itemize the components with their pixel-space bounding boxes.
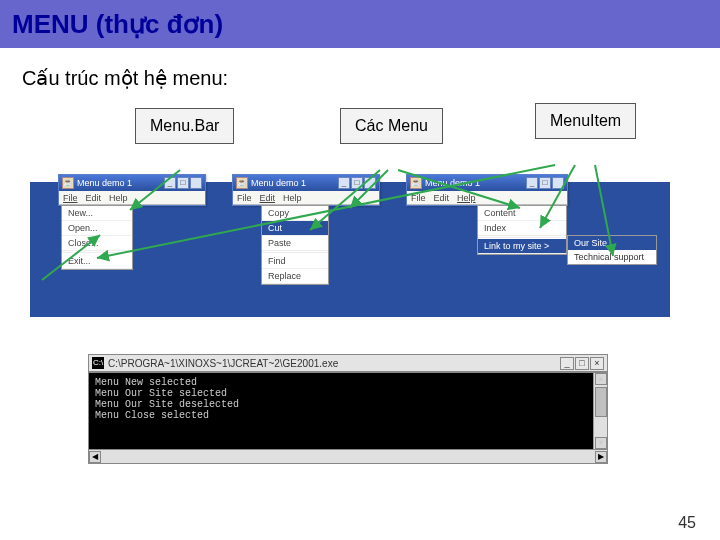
scroll-thumb[interactable]	[595, 387, 607, 417]
separator	[478, 237, 566, 238]
slide-title: MENU (thực đơn)	[12, 9, 223, 40]
minimize-icon[interactable]: _	[164, 177, 176, 189]
page-number: 45	[678, 514, 696, 532]
close-icon[interactable]	[364, 177, 376, 189]
menuitem-open[interactable]: Open...	[62, 221, 132, 236]
console-line: Menu Our Site selected	[95, 388, 227, 399]
menuitem-link[interactable]: Link to my site >	[478, 239, 566, 254]
menuitem-close[interactable]: Close...	[62, 236, 132, 251]
menuitem-find[interactable]: Find	[262, 254, 328, 269]
java-icon: ☕	[62, 177, 74, 189]
minimize-icon[interactable]: _	[338, 177, 350, 189]
menuitem-replace[interactable]: Replace	[262, 269, 328, 284]
java-icon: ☕	[236, 177, 248, 189]
maximize-icon[interactable]: □	[351, 177, 363, 189]
menuitem-new[interactable]: New...	[62, 206, 132, 221]
menuitem-index[interactable]: Index	[478, 221, 566, 236]
scroll-left-icon[interactable]: ◀	[89, 451, 101, 463]
dropdown-edit: Copy Cut Paste Find Replace	[261, 205, 329, 285]
titlebar-2: ☕ Menu demo 1 _ □	[233, 175, 379, 191]
scroll-down-icon[interactable]: ▼	[595, 437, 607, 449]
scroll-up-icon[interactable]: ▲	[595, 373, 607, 385]
window-3-title: Menu demo 1	[425, 178, 480, 188]
console-titlebar: C:\ C:\PROGRA~1\XINOXS~1\JCREAT~2\GE2001…	[88, 354, 608, 372]
submenu-link: Our Site Technical support	[567, 235, 657, 265]
console-line: Menu Close selected	[95, 410, 209, 421]
titlebar-3: ☕ Menu demo 1 _ □	[407, 175, 567, 191]
menu-file[interactable]: File	[237, 193, 252, 203]
menu-file[interactable]: File	[63, 193, 78, 203]
minimize-icon[interactable]: _	[526, 177, 538, 189]
window-1-title: Menu demo 1	[77, 178, 132, 188]
label-menuitem: MenuItem	[535, 103, 636, 139]
java-icon: ☕	[410, 177, 422, 189]
menu-help[interactable]: Help	[109, 193, 128, 203]
slide-title-bar: MENU (thực đơn)	[0, 0, 720, 48]
maximize-icon[interactable]: □	[575, 357, 589, 370]
console-window: C:\ C:\PROGRA~1\XINOXS~1\JCREAT~2\GE2001…	[88, 354, 608, 464]
menuitem-cut[interactable]: Cut	[262, 221, 328, 236]
menubar-1[interactable]: File Edit Help	[59, 191, 205, 205]
scrollbar-vertical[interactable]: ▲ ▼	[593, 373, 607, 449]
close-icon[interactable]	[552, 177, 564, 189]
menuitem-copy[interactable]: Copy	[262, 206, 328, 221]
submenu-techsupport[interactable]: Technical support	[568, 250, 656, 264]
window-2: ☕ Menu demo 1 _ □ File Edit Help Copy Cu…	[232, 174, 380, 206]
console-body: Menu New selected Menu Our Site selected…	[88, 372, 608, 450]
close-icon[interactable]	[190, 177, 202, 189]
labels-row: Menu.Bar Các Menu MenuItem	[0, 108, 720, 168]
cmd-icon: C:\	[92, 357, 104, 369]
maximize-icon[interactable]: □	[539, 177, 551, 189]
minimize-icon[interactable]: _	[560, 357, 574, 370]
menubar-2[interactable]: File Edit Help	[233, 191, 379, 205]
menu-edit[interactable]: Edit	[434, 193, 450, 203]
window-1: ☕ Menu demo 1 _ □ File Edit Help New... …	[58, 174, 206, 206]
close-icon[interactable]: ×	[590, 357, 604, 370]
console-line: Menu New selected	[95, 377, 197, 388]
subtitle: Cấu trúc một hệ menu:	[22, 66, 720, 90]
console-line: Menu Our Site deselected	[95, 399, 239, 410]
menu-edit[interactable]: Edit	[86, 193, 102, 203]
label-menus: Các Menu	[340, 108, 443, 144]
menuitem-paste[interactable]: Paste	[262, 236, 328, 251]
menubar-3[interactable]: File Edit Help	[407, 191, 567, 205]
window-2-title: Menu demo 1	[251, 178, 306, 188]
label-menubar: Menu.Bar	[135, 108, 234, 144]
dropdown-file: New... Open... Close... Exit...	[61, 205, 133, 270]
menu-help[interactable]: Help	[283, 193, 302, 203]
maximize-icon[interactable]: □	[177, 177, 189, 189]
menuitem-content[interactable]: Content	[478, 206, 566, 221]
separator	[262, 252, 328, 253]
dropdown-help: Content Index Link to my site >	[477, 205, 567, 255]
menu-help[interactable]: Help	[457, 193, 476, 203]
menu-edit[interactable]: Edit	[260, 193, 276, 203]
titlebar-1: ☕ Menu demo 1 _ □	[59, 175, 205, 191]
submenu-oursite[interactable]: Our Site	[568, 236, 656, 250]
scroll-right-icon[interactable]: ▶	[595, 451, 607, 463]
menu-file[interactable]: File	[411, 193, 426, 203]
menuitem-exit[interactable]: Exit...	[62, 254, 132, 269]
window-3: ☕ Menu demo 1 _ □ File Edit Help Content…	[406, 174, 568, 206]
scrollbar-horizontal[interactable]: ◀ ▶	[88, 450, 608, 464]
screenshot-row: ☕ Menu demo 1 _ □ File Edit Help New... …	[0, 174, 720, 324]
console-title-text: C:\PROGRA~1\XINOXS~1\JCREAT~2\GE2001.exe	[108, 358, 338, 369]
separator	[62, 252, 132, 253]
